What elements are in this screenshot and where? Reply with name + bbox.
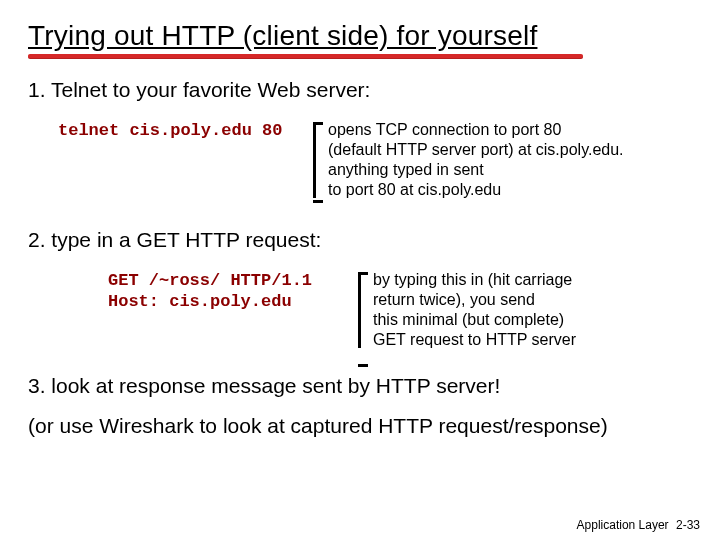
step-2-text: 2. type in a GET HTTP request:: [28, 228, 692, 252]
step-2-row: GET /~ross/ HTTP/1.1 Host: cis.poly.edu …: [108, 270, 692, 350]
step-4-text: (or use Wireshark to look at captured HT…: [28, 414, 692, 438]
title-underline-accent: [28, 54, 583, 58]
bracket-icon: [308, 120, 322, 200]
get-request-code: GET /~ross/ HTTP/1.1 Host: cis.poly.edu: [108, 270, 353, 313]
step-1-row: telnet cis.poly.edu 80 opens TCP connect…: [58, 120, 692, 200]
footer-page-number: 2-33: [676, 518, 700, 532]
bracket-group-1: opens TCP connection to port 80 (default…: [308, 120, 624, 200]
slide: Trying out HTTP (client side) for yourse…: [0, 0, 720, 540]
bracket-icon: [353, 270, 367, 350]
telnet-command-code: telnet cis.poly.edu 80: [58, 120, 308, 141]
bracket-group-2: by typing this in (hit carriage return t…: [353, 270, 576, 350]
telnet-explanation: opens TCP connection to port 80 (default…: [328, 120, 624, 200]
slide-title: Trying out HTTP (client side) for yourse…: [28, 20, 692, 52]
step-1-text: 1. Telnet to your favorite Web server:: [28, 78, 692, 102]
get-explanation: by typing this in (hit carriage return t…: [373, 270, 576, 350]
footer-label: Application Layer: [577, 518, 669, 532]
footer: Application Layer 2-33: [577, 518, 700, 532]
step-3-text: 3. look at response message sent by HTTP…: [28, 374, 692, 398]
